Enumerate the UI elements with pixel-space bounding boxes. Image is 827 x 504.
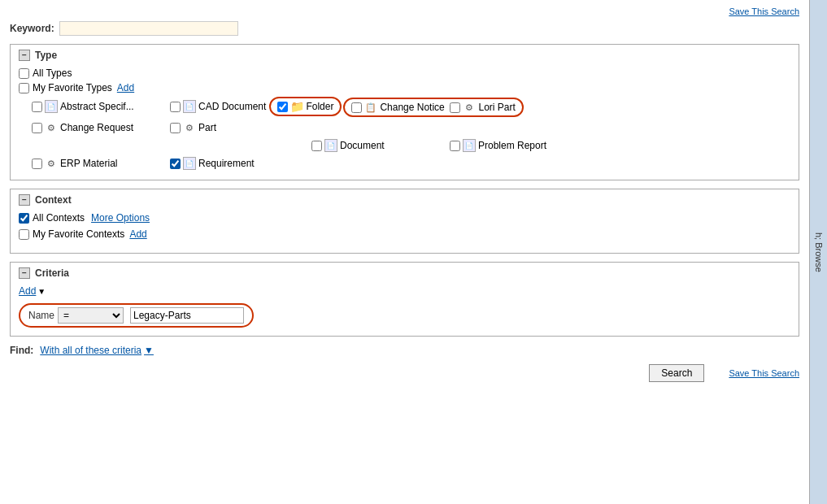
type-label-problemreport: Problem Report: [478, 140, 546, 151]
type-section: − Type All Types My Favorite Types Add 📄…: [10, 44, 799, 180]
type-label-part: Part: [198, 122, 216, 133]
my-favorite-contexts-checkbox[interactable]: [19, 229, 29, 240]
criteria-collapse-btn[interactable]: −: [19, 267, 30, 279]
my-favorite-types-row: My Favorite Types Add: [19, 82, 790, 93]
type-label-changerequest: Change Request: [60, 122, 133, 133]
criteria-value-input[interactable]: [130, 307, 244, 324]
type-checkbox-caddocument[interactable]: [170, 102, 181, 112]
context-section: − Context All Contexts More Options My F…: [10, 189, 799, 254]
type-checkbox-folder[interactable]: [277, 102, 288, 112]
requirement-icon: 📄: [183, 157, 196, 170]
type-label-requirement: Requirement: [198, 158, 255, 169]
main-content: Save This Search Keyword: − Type All Typ…: [0, 0, 809, 504]
type-label-loripart: Lori Part: [478, 102, 515, 113]
erpmaterial-icon: ⚙: [45, 157, 58, 170]
save-search-top-link[interactable]: Save This Search: [729, 7, 799, 16]
type-collapse-btn[interactable]: −: [19, 50, 30, 61]
all-contexts-label: All Contexts: [33, 212, 85, 224]
type-item-caddocument: 📄 CAD Document: [170, 100, 266, 113]
find-label: Find:: [10, 345, 33, 356]
part-icon: ⚙: [183, 121, 196, 134]
changenotice-icon: 📋: [364, 101, 377, 114]
criteria-section: − Criteria Add ▼ Name = != contains star…: [10, 262, 799, 337]
context-section-header: − Context: [19, 194, 790, 206]
bottom-bar: Search Save This Search: [10, 364, 799, 382]
folder-icon: 📁: [290, 100, 303, 113]
criteria-section-title: Criteria: [35, 267, 69, 279]
type-label-document: Document: [340, 140, 385, 151]
sidebar[interactable]: h; Browse: [809, 0, 827, 504]
criteria-row: Name = != contains starts with: [19, 303, 254, 328]
changerequest-icon: ⚙: [45, 121, 58, 134]
context-collapse-btn[interactable]: −: [19, 194, 30, 206]
type-section-title: Type: [35, 50, 57, 61]
types-grid: 📄 Abstract Specif... 📄 CAD Document 📁 Fo…: [32, 97, 790, 172]
type-checkbox-abstractspecif[interactable]: [32, 102, 42, 112]
problemreport-icon: 📄: [463, 139, 476, 152]
context-add-link[interactable]: Add: [129, 228, 146, 240]
all-types-label: All Types: [33, 67, 72, 79]
type-item-problemreport: 📄 Problem Report: [450, 139, 588, 152]
type-checkbox-erpmaterial[interactable]: [32, 159, 42, 169]
all-types-checkbox[interactable]: [19, 68, 29, 79]
type-item-requirement: 📄 Requirement: [170, 157, 308, 170]
my-favorite-types-checkbox[interactable]: [19, 83, 29, 93]
type-item-document: 📄 Document: [311, 139, 450, 152]
search-button[interactable]: Search: [649, 364, 704, 382]
my-favorite-contexts-row: My Favorite Contexts Add: [19, 228, 790, 240]
type-add-link[interactable]: Add: [117, 82, 134, 93]
type-item-changerequest: ⚙ Change Request: [32, 121, 170, 134]
criteria-name-label: Name: [28, 310, 54, 321]
my-favorite-contexts-label: My Favorite Contexts: [33, 228, 124, 240]
type-checkbox-requirement[interactable]: [170, 159, 181, 169]
keyword-row: Keyword:: [10, 21, 799, 36]
sidebar-label: h; Browse: [814, 232, 824, 272]
changenotice-loripart-circled: 📋 Change Notice ⚙ Lori Part: [343, 98, 523, 117]
find-criteria-label: With all of these criteria: [40, 345, 141, 356]
my-favorite-types-label: My Favorite Types: [33, 82, 112, 93]
type-checkbox-document[interactable]: [311, 141, 322, 151]
all-contexts-checkbox[interactable]: [19, 213, 29, 224]
save-search-bottom-link[interactable]: Save This Search: [729, 368, 799, 378]
type-item-erpmaterial: ⚙ ERP Material: [32, 157, 170, 170]
criteria-section-header: − Criteria: [19, 267, 790, 279]
type-label-erpmaterial: ERP Material: [60, 158, 117, 169]
type-label-abstractspecif: Abstract Specif...: [60, 101, 134, 112]
criteria-add-icon: ▼: [37, 287, 46, 296]
type-label-caddocument: CAD Document: [198, 101, 266, 112]
document-icon: 📄: [324, 139, 337, 152]
abstractspecif-icon: 📄: [45, 100, 58, 113]
folder-circled-group: 📁 Folder: [269, 97, 342, 116]
find-criteria-dropdown-icon: ▼: [144, 345, 154, 356]
type-label-folder: Folder: [306, 101, 333, 112]
type-label-changenotice: Change Notice: [380, 102, 444, 113]
all-contexts-row: All Contexts More Options: [19, 212, 790, 224]
find-criteria-btn[interactable]: With all of these criteria ▼: [40, 345, 154, 356]
criteria-add-link[interactable]: Add: [19, 285, 36, 297]
type-section-header: − Type: [19, 50, 790, 61]
type-checkbox-part[interactable]: [170, 123, 181, 133]
more-options-link[interactable]: More Options: [91, 212, 150, 224]
all-types-row: All Types: [19, 67, 790, 79]
criteria-row-wrapper: Name = != contains starts with: [19, 303, 790, 328]
top-bar: Save This Search: [10, 7, 799, 16]
criteria-operator-select[interactable]: = != contains starts with: [58, 307, 124, 324]
type-item-abstractspecif: 📄 Abstract Specif...: [32, 97, 170, 116]
type-checkbox-problemreport[interactable]: [450, 141, 460, 151]
loripart-icon: ⚙: [463, 101, 476, 114]
keyword-input[interactable]: [59, 21, 238, 36]
keyword-label: Keyword:: [10, 23, 54, 34]
type-item-part: ⚙ Part: [170, 121, 308, 134]
type-checkbox-loripart[interactable]: [450, 102, 460, 113]
type-checkbox-changerequest[interactable]: [32, 123, 42, 133]
criteria-add-row: Add ▼: [19, 285, 790, 297]
type-checkbox-changenotice[interactable]: [351, 102, 362, 113]
find-row: Find: With all of these criteria ▼: [10, 345, 799, 356]
caddocument-icon: 📄: [183, 100, 196, 113]
context-section-title: Context: [35, 194, 72, 206]
